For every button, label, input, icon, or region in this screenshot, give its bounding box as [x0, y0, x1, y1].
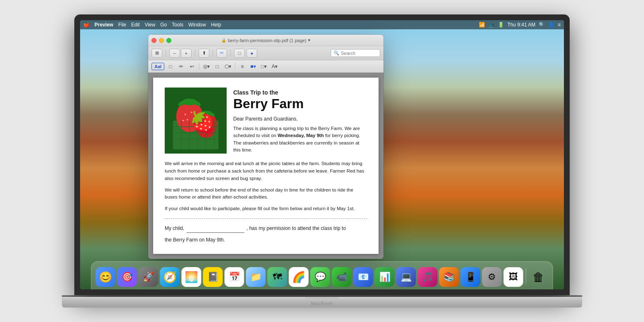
- shapes-button[interactable]: ◎▾: [202, 62, 211, 71]
- dock-launchpad[interactable]: 🚀: [139, 267, 159, 287]
- app-name-menu[interactable]: Preview: [95, 22, 113, 28]
- dock-itunes[interactable]: 🎵: [418, 267, 438, 287]
- doc-body-intro: The class is planning a spring trip to t…: [233, 125, 367, 154]
- dock-photos[interactable]: 🌅: [182, 267, 201, 287]
- zoom-in-button[interactable]: +: [181, 49, 192, 58]
- dock-safari[interactable]: 🧭: [160, 267, 180, 287]
- dock-calendar[interactable]: 📅: [225, 267, 244, 287]
- border-button[interactable]: □: [166, 62, 175, 71]
- toolbar-divider-2: [195, 50, 195, 57]
- share-button[interactable]: ⬆: [199, 49, 209, 58]
- dock-preview[interactable]: 🖼: [504, 267, 523, 287]
- rect-button[interactable]: □: [213, 62, 222, 71]
- strawberry-illustration: [165, 88, 227, 154]
- search-icon[interactable]: 🔍: [539, 22, 545, 28]
- border-color-button[interactable]: □▾: [259, 62, 268, 71]
- zoom-out-button[interactable]: −: [169, 49, 180, 58]
- wifi-icon: 📶: [479, 22, 485, 28]
- svg-point-8: [182, 120, 184, 121]
- battery-icon: 🔋: [498, 22, 504, 28]
- dock-ibooks[interactable]: 📚: [439, 267, 459, 287]
- sidebar-toggle-button[interactable]: ⊞: [152, 49, 162, 58]
- permission-slip: My child, , has my permission to attend …: [165, 225, 367, 233]
- annot-divider-1: [199, 63, 199, 70]
- dock-mail[interactable]: 📧: [353, 267, 373, 287]
- text-color-button[interactable]: A▾: [270, 62, 279, 71]
- dock-maps[interactable]: 🗺: [268, 267, 287, 287]
- apple-menu[interactable]: 🍎: [83, 22, 90, 28]
- tools-menu[interactable]: Tools: [172, 22, 183, 28]
- view-menu[interactable]: View: [144, 22, 155, 28]
- document-area[interactable]: Class Trip to the Berry Farm Dear Parent…: [148, 73, 384, 259]
- annot-divider-2: [235, 63, 235, 70]
- doc-main-title: Berry Farm: [233, 97, 367, 111]
- file-menu[interactable]: File: [118, 22, 126, 28]
- dock-siri[interactable]: 🎯: [117, 267, 137, 287]
- dock-trash[interactable]: 🗑: [529, 267, 549, 287]
- svg-point-19: [197, 111, 204, 117]
- main-toolbar: ⊞ − + ⬆ ✏ □ ● 🔍: [148, 46, 384, 60]
- dock-separator: [526, 268, 526, 284]
- search-box[interactable]: 🔍: [331, 49, 380, 57]
- minimize-button[interactable]: [159, 38, 164, 43]
- go-menu[interactable]: Go: [160, 22, 167, 28]
- dock-notes[interactable]: 📓: [203, 267, 223, 287]
- svg-point-4: [185, 114, 186, 115]
- menubar-right: 📶 📺 🔋 Thu 9:41 AM 🔍 👤 ≡: [479, 22, 561, 28]
- window-menu[interactable]: Window: [188, 22, 206, 28]
- dock-numbers[interactable]: 📊: [375, 267, 395, 287]
- list-icon[interactable]: ≡: [558, 22, 561, 28]
- dock-finder[interactable]: 😊: [96, 267, 116, 287]
- dock-keynote[interactable]: 💻: [396, 267, 416, 287]
- doc-greeting: Dear Parents and Guardians,: [233, 116, 367, 122]
- window-controls: [152, 38, 171, 43]
- draw-button[interactable]: ↩: [187, 62, 197, 71]
- strawberry-image: [165, 88, 227, 154]
- permission-text-1: My child,: [165, 225, 184, 231]
- search-input[interactable]: [341, 51, 378, 56]
- pen-button[interactable]: ✏: [216, 49, 227, 58]
- fill-button[interactable]: ■▾: [249, 62, 258, 71]
- document-page: Class Trip to the Berry Farm Dear Parent…: [153, 78, 379, 254]
- close-button[interactable]: [152, 38, 156, 43]
- toolbar-divider-1: [166, 50, 166, 57]
- share-button-2[interactable]: ●: [246, 49, 257, 58]
- markup-button[interactable]: □: [234, 49, 245, 58]
- chevron-icon: ▾: [308, 38, 310, 43]
- dock-photos-2[interactable]: 🌈: [289, 267, 309, 287]
- signature-line: [187, 225, 244, 233]
- dock-facetime[interactable]: 📹: [332, 267, 352, 287]
- svg-point-18: [200, 111, 212, 116]
- user-icon[interactable]: 👤: [548, 22, 554, 28]
- text-style-button[interactable]: AaI: [152, 63, 164, 70]
- window-title: 🔒 berry-farm-permission-slip.pdf (1 page…: [221, 38, 310, 43]
- preview-window: 🔒 berry-farm-permission-slip.pdf (1 page…: [148, 35, 384, 259]
- doc-header: Class Trip to the Berry Farm Dear Parent…: [165, 88, 367, 154]
- svg-point-13: [195, 111, 217, 138]
- sketch-button[interactable]: ✏: [177, 62, 186, 71]
- svg-point-20: [208, 111, 215, 117]
- align-button[interactable]: ≡: [238, 62, 247, 71]
- dock-appstore[interactable]: 📱: [461, 267, 481, 287]
- polygon-button[interactable]: ⬡▾: [223, 62, 232, 71]
- permission-text-2: , has my permission to attend the class …: [246, 225, 346, 231]
- help-menu[interactable]: Help: [211, 22, 221, 28]
- maximize-button[interactable]: [166, 38, 171, 43]
- macbook-base: MacBook: [62, 297, 582, 308]
- permission-text-3: the Berry Farm on May 9th.: [165, 236, 367, 244]
- doc-paragraph-4: If your child would like to participate,…: [165, 205, 367, 213]
- doc-title-area: Class Trip to the Berry Farm Dear Parent…: [233, 88, 367, 154]
- dock: 😊 🎯 🚀 🧭 🌅 📓 📅: [91, 261, 553, 289]
- edit-menu[interactable]: Edit: [131, 22, 140, 28]
- display-icon: 📺: [488, 22, 495, 28]
- dock-messages[interactable]: 💬: [310, 267, 330, 287]
- svg-point-6: [187, 119, 188, 121]
- desktop-screen: 🍎 Preview File Edit View Go Tools Window…: [80, 20, 564, 289]
- clock: Thu 9:41 AM: [507, 22, 535, 28]
- doc-paragraph-2: We will arrive in the morning and eat lu…: [165, 160, 367, 182]
- dock-sysprefs[interactable]: ⚙: [482, 267, 502, 287]
- dock-files[interactable]: 📁: [246, 267, 266, 287]
- toolbar-divider-4: [230, 50, 231, 57]
- svg-point-17: [209, 126, 210, 127]
- view-controls: ⊞: [152, 49, 162, 58]
